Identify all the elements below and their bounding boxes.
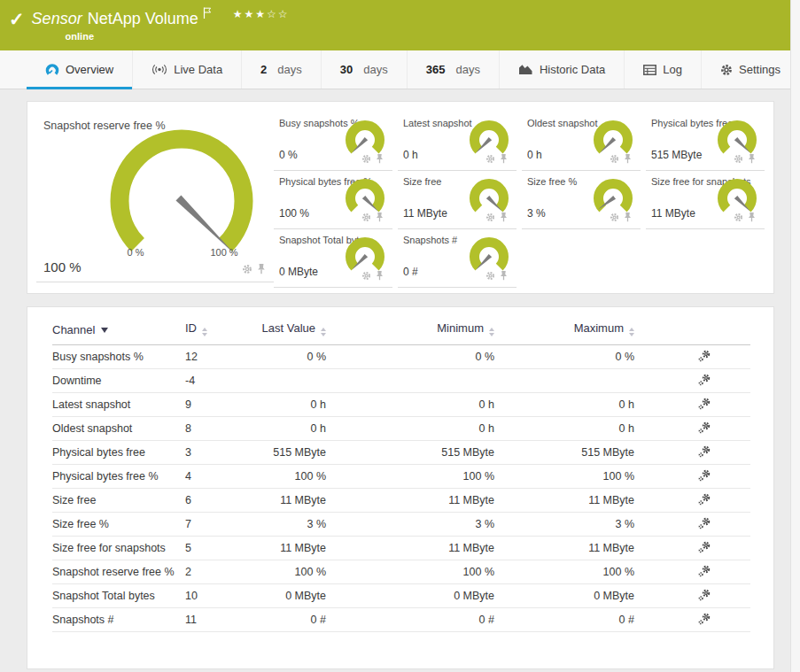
table-row: Size free for snapshots 5 11 MByte 11 MB… (52, 537, 750, 560)
gear-icon[interactable] (485, 151, 495, 167)
channel-name-cell[interactable]: Physical bytes free % (52, 465, 185, 489)
channel-name-cell[interactable]: Busy snapshots % (52, 345, 185, 369)
last-value-cell: 0 % (252, 345, 337, 369)
pin-icon[interactable] (499, 268, 509, 284)
sensor-header: ✓ Sensor NetApp Volume ★★★☆☆ online (0, 0, 800, 50)
gauge-title: Size free % (527, 176, 577, 187)
table-row: Size free % 7 3 % 3 % 3 % (52, 513, 750, 537)
pin-icon[interactable] (375, 268, 384, 284)
channel-settings-icon[interactable] (698, 469, 711, 482)
pin-icon[interactable] (499, 151, 509, 167)
channel-settings-icon[interactable] (698, 517, 711, 529)
channel-name-cell[interactable]: Size free (52, 489, 185, 513)
pin-icon[interactable] (747, 151, 757, 167)
channel-name-cell[interactable]: Snapshots # (52, 608, 185, 632)
channel-name-cell[interactable]: Snapshot Total bytes (52, 584, 185, 608)
maximum-cell: 0 h (505, 393, 645, 417)
channel-settings-icon[interactable] (698, 350, 711, 362)
channel-name-cell[interactable]: Oldest snapshot (52, 417, 185, 441)
tab-log[interactable]: Log (624, 50, 701, 89)
pin-icon[interactable] (623, 151, 633, 167)
gear-icon[interactable] (485, 268, 495, 284)
gear-icon[interactable] (361, 210, 371, 226)
gear-icon[interactable] (361, 151, 371, 167)
tab-bar: Overview Live Data 2days 30days 365days … (0, 50, 800, 89)
column-header-minimum[interactable]: Minimum (337, 321, 505, 345)
pin-icon[interactable] (499, 210, 509, 226)
priority-stars[interactable]: ★★★☆☆ (233, 8, 290, 20)
channel-name-cell[interactable]: Size free % (52, 513, 185, 537)
channel-settings-icon[interactable] (698, 589, 711, 601)
tab-days-number: 30 (340, 63, 353, 76)
gauge-value: 100 % (43, 259, 82, 274)
channel-settings-icon[interactable] (698, 493, 711, 506)
column-header-maximum[interactable]: Maximum (505, 321, 645, 345)
tab-2-days[interactable]: 2days (241, 50, 321, 89)
column-header-channel[interactable]: Channel (52, 321, 185, 345)
tab-days-word: days (277, 63, 301, 76)
gauge-title: Oldest snapshot (527, 118, 598, 128)
gear-icon[interactable] (361, 268, 371, 284)
channel-settings-icon[interactable] (698, 445, 711, 458)
channel-settings-icon[interactable] (698, 541, 711, 553)
scrollbar-track[interactable] (790, 0, 800, 672)
tab-365-days[interactable]: 365days (407, 50, 499, 89)
table-row: Physical bytes free 3 515 MByte 515 MByt… (52, 441, 750, 465)
pin-icon[interactable] (623, 210, 633, 226)
sort-icon (629, 328, 634, 336)
tab-historic-data[interactable]: Historic Data (499, 50, 624, 89)
tab-label: Live Data (174, 63, 222, 76)
gauge-value: 515 MByte (651, 149, 702, 161)
gear-icon[interactable] (485, 210, 495, 226)
channel-settings-icon[interactable] (698, 374, 711, 386)
gauge-cell: Size free for snapshots 11 MByte (646, 171, 765, 229)
channel-name-cell[interactable]: Snapshot reserve free % (52, 560, 185, 584)
overview-content: Snapshot reserve free % 0 % 100 % 100 % (27, 101, 774, 669)
channel-settings-icon[interactable] (698, 565, 711, 577)
maximum-cell: 515 MByte (505, 441, 645, 465)
gear-icon[interactable] (734, 151, 743, 167)
channel-name-cell[interactable]: Downtime (52, 369, 185, 393)
channel-name-cell[interactable]: Latest snapshot (52, 393, 185, 417)
column-header-id[interactable]: ID (185, 321, 252, 345)
pin-icon[interactable] (256, 262, 267, 278)
tab-live-data[interactable]: Live Data (132, 50, 241, 89)
pin-icon[interactable] (375, 210, 384, 226)
minimum-cell: 11 MByte (337, 537, 505, 560)
table-row: Physical bytes free % 4 100 % 100 % 100 … (52, 465, 750, 489)
channel-name-cell[interactable]: Physical bytes free (52, 441, 185, 465)
minimum-cell: 100 % (337, 465, 505, 489)
channel-id-cell: 8 (185, 417, 252, 441)
flag-icon[interactable] (203, 7, 212, 23)
gear-icon[interactable] (610, 151, 619, 167)
gear-icon[interactable] (242, 262, 252, 278)
gauge-cell: Busy snapshots % 0 % (274, 112, 392, 171)
channel-id-cell: 10 (185, 584, 252, 608)
last-value-cell: 100 % (252, 560, 337, 584)
gear-icon[interactable] (734, 210, 743, 226)
channel-settings-icon[interactable] (698, 398, 711, 410)
column-header-last-value[interactable]: Last Value (252, 321, 337, 345)
gauge-value: 0 h (527, 149, 542, 161)
channels-panel: Channel ID Last Value Minimum Maximum Bu… (27, 306, 774, 669)
channel-settings-icon[interactable] (698, 613, 711, 625)
gauge-value: 100 % (279, 207, 309, 220)
gauge-value: 3 % (527, 207, 546, 220)
gauge-title: Size free (403, 176, 441, 187)
maximum-cell: 0 h (505, 417, 645, 441)
gear-icon[interactable] (610, 210, 619, 226)
sort-desc-icon (101, 328, 108, 333)
gauge-value: 11 MByte (651, 207, 695, 220)
pin-icon[interactable] (375, 151, 384, 167)
pin-icon[interactable] (747, 210, 757, 226)
tab-overview[interactable]: Overview (27, 50, 132, 89)
tab-settings[interactable]: Settings (701, 50, 799, 89)
tab-30-days[interactable]: 30days (321, 50, 407, 89)
channel-settings-icon[interactable] (698, 421, 711, 434)
channel-id-cell: 7 (185, 513, 252, 537)
table-row: Size free 6 11 MByte 11 MByte 11 MByte (52, 489, 750, 513)
channel-name-cell[interactable]: Size free for snapshots (52, 537, 185, 560)
gauges-panel: Snapshot reserve free % 0 % 100 % 100 % (27, 101, 774, 294)
maximum-cell: 11 MByte (505, 489, 645, 513)
log-list-icon (643, 65, 656, 75)
